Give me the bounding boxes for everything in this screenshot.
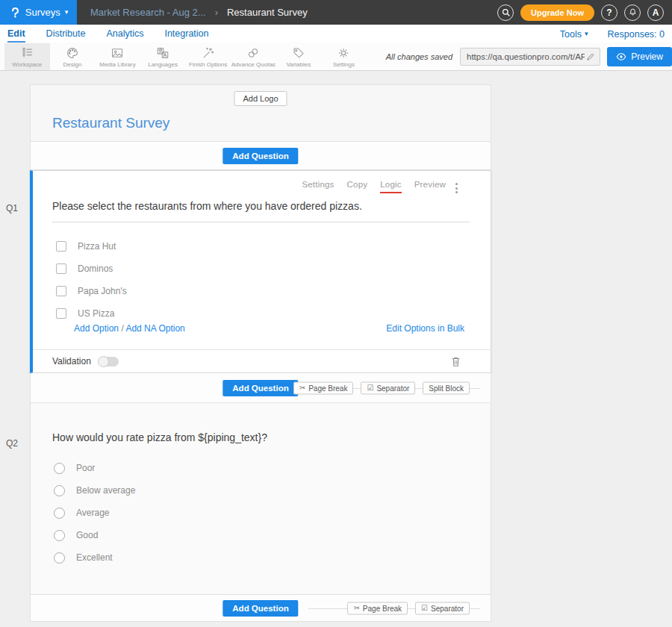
preview-button-label: Preview [631,52,663,62]
bell-icon [628,7,638,17]
action-logic[interactable]: Logic [380,180,402,193]
option-label[interactable]: Poor [76,463,95,473]
ribbon-item-design[interactable]: Design [50,43,96,70]
image-icon [111,46,124,60]
ribbon-item-workspace[interactable]: Workspace [4,43,50,70]
q2-question-text[interactable]: How would you rate pizza from ${piping_t… [52,431,470,443]
gear-icon [337,46,350,60]
option-label[interactable]: Excellent [76,552,113,563]
menubar: Edit Distribute Analytics Integration To… [0,25,672,43]
scissors-icon: ✂ [299,384,305,392]
q2-card: How would you rate pizza from ${piping_t… [30,403,491,595]
option-label[interactable]: Average [76,508,109,518]
help-icon: ? [606,7,612,18]
add-question-strip-top: Add Question [30,142,491,170]
ribbon-item-settings[interactable]: Settings [321,43,367,70]
tab-integration[interactable]: Integration [164,26,208,43]
q2-options: Poor Below average Average Good Excellen… [54,457,468,569]
option-label[interactable]: Pizza Hut [78,241,116,252]
separator-button[interactable]: ☑ Separator [415,602,470,614]
preview-button[interactable]: Preview [607,47,672,66]
radio-button[interactable] [54,463,65,474]
survey-header-card: Add Logo Restaurant Survey [30,84,491,142]
action-settings[interactable]: Settings [302,180,334,193]
tab-edit[interactable]: Edit [7,26,25,43]
tab-analytics[interactable]: Analytics [106,26,143,43]
action-copy[interactable]: Copy [347,180,368,193]
option-row: Below average [54,479,468,502]
pencil-icon [586,52,595,61]
survey-url-box [460,48,600,66]
tab-distribute[interactable]: Distribute [46,26,86,43]
split-block-button[interactable]: Split Block [423,381,470,394]
insert-controls: ✂ Page Break ☑ Separator Split Block [293,381,470,394]
option-label[interactable]: Dominos [78,263,113,274]
question-actions: Settings Copy Logic Preview [302,180,446,193]
magic-wand-icon [202,46,215,60]
survey-title[interactable]: Restaurant Survey [52,115,169,131]
ribbon-item-advance-quotas[interactable]: Advance Quotas [231,43,276,70]
trash-icon [451,356,461,367]
avatar[interactable]: A [647,4,664,21]
add-na-option-link[interactable]: Add NA Option [125,323,184,334]
radio-button[interactable] [54,530,65,541]
palette-icon [66,46,79,60]
q1-label: Q1 [6,203,18,213]
breadcrumb: Market Research - Aug 2... › Restaurant … [90,7,308,18]
add-question-button[interactable]: Add Question [223,380,298,396]
upgrade-button[interactable]: Upgrade Now [520,4,594,21]
breadcrumb-current[interactable]: Restaurant Survey [227,7,308,18]
option-row: Pizza Hut [56,235,468,258]
add-option-link[interactable]: Add Option [74,323,119,334]
option-row: Papa John's [56,280,468,302]
edit-url-button[interactable] [586,52,595,61]
ribbon-item-languages[interactable]: Languages [140,43,186,70]
add-question-strip-middle: Add Question ✂ Page Break ☑ Separator Sp… [30,373,491,403]
q1-option-links: Add Option / Add NA Option Edit Options … [74,323,464,334]
q1-options: Pizza Hut Dominos Papa John's US Pizza [56,235,468,325]
ribbon-item-media-library[interactable]: Media Library [95,43,140,70]
add-logo-button[interactable]: Add Logo [234,91,287,106]
caret-down-icon: ▾ [585,31,588,37]
chain-links-icon [246,46,260,60]
help-button[interactable]: ? [601,4,617,21]
ribbon-item-finish-options[interactable]: Finish Options [185,43,231,70]
checkbox[interactable] [56,241,66,252]
page-break-button[interactable]: ✂ Page Break [347,602,408,614]
option-label[interactable]: Below average [76,485,135,496]
radio-button[interactable] [54,552,65,564]
responses-count[interactable]: Responses: 0 [608,29,665,40]
option-label[interactable]: Good [76,530,98,540]
ribbon-item-variables[interactable]: Variables [276,43,322,70]
q2-label: Q2 [6,438,18,449]
separator-button[interactable]: ☑ Separator [361,381,415,394]
checkbox[interactable] [56,286,66,296]
search-button[interactable] [497,4,514,21]
option-label[interactable]: US Pizza [78,308,114,319]
surveys-menu[interactable]: Surveys ▾ [0,0,77,25]
radio-button[interactable] [54,508,65,519]
delete-question-button[interactable] [451,356,461,367]
action-preview[interactable]: Preview [414,180,446,193]
add-question-button[interactable]: Add Question [223,148,298,164]
survey-url-input[interactable] [465,52,586,62]
scissors-icon: ✂ [353,605,359,612]
add-question-button[interactable]: Add Question [223,600,298,617]
validation-row: Validation [33,349,491,372]
validation-toggle[interactable] [99,357,119,366]
edit-options-bulk-link[interactable]: Edit Options in Bulk [386,323,464,334]
checkbox[interactable] [56,308,66,319]
notifications-button[interactable] [624,4,641,21]
separator-icon: ☑ [421,605,428,612]
tools-menu-label: Tools [560,29,582,40]
checkbox[interactable] [56,263,66,274]
q1-question-text[interactable]: Please select the restaurants from where… [52,200,470,222]
tools-menu[interactable]: Tools ▾ [560,29,588,40]
radio-button[interactable] [54,485,65,496]
breadcrumb-folder[interactable]: Market Research - Aug 2... [90,7,206,18]
question-kebab-menu[interactable] [454,181,459,195]
surveys-menu-label: Surveys [25,7,60,18]
page-break-button[interactable]: ✂ Page Break [293,381,354,394]
q1-card: Settings Copy Logic Preview Please selec… [30,170,491,373]
option-label[interactable]: Papa John's [78,286,127,296]
